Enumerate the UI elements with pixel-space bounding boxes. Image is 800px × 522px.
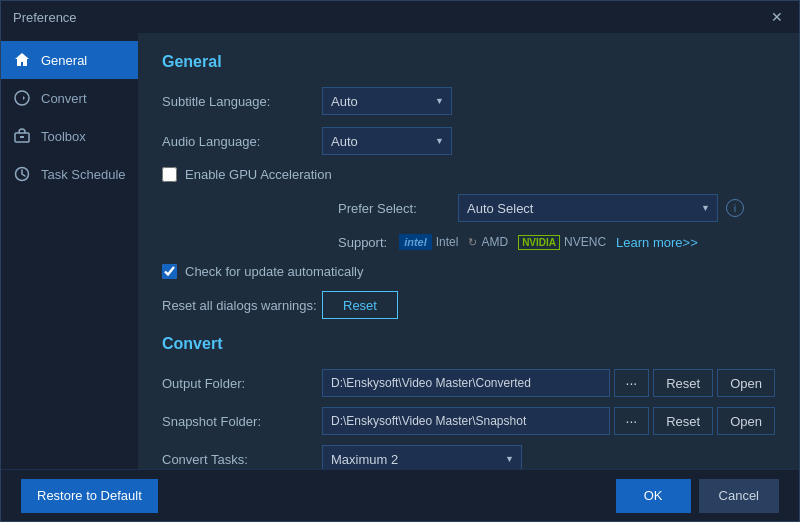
svg-point-0 (15, 91, 29, 105)
output-folder-dots-button[interactable]: ··· (614, 369, 650, 397)
toolbox-icon (13, 127, 31, 145)
home-icon (13, 51, 31, 69)
intel-label: Intel (436, 235, 459, 249)
gpu-acceleration-label: Enable GPU Acceleration (185, 167, 332, 182)
reset-dialogs-row: Reset all dialogs warnings: Reset (162, 291, 775, 319)
sidebar-item-general[interactable]: General (1, 41, 138, 79)
bottom-actions: OK Cancel (616, 479, 779, 513)
prefer-select[interactable]: Auto Select (458, 194, 718, 222)
subtitle-language-row: Subtitle Language: Auto (162, 87, 775, 115)
sidebar-item-convert-label: Convert (41, 91, 87, 106)
learn-more-link[interactable]: Learn more>> (616, 235, 698, 250)
nvenc-label: NVENC (564, 235, 606, 249)
prefer-select-label: Prefer Select: (338, 201, 458, 216)
reset-dialogs-button[interactable]: Reset (322, 291, 398, 319)
audio-language-select[interactable]: Auto (322, 127, 452, 155)
svg-rect-2 (20, 136, 24, 138)
sidebar-item-convert[interactable]: Convert (1, 79, 138, 117)
sidebar-item-toolbox-label: Toolbox (41, 129, 86, 144)
check-update-label: Check for update automatically (185, 264, 363, 279)
ok-button[interactable]: OK (616, 479, 691, 513)
audio-language-label: Audio Language: (162, 134, 322, 149)
sidebar-item-toolbox[interactable]: Toolbox (1, 117, 138, 155)
sidebar: General Convert (1, 33, 138, 469)
snapshot-folder-dots-button[interactable]: ··· (614, 407, 650, 435)
gpu-acceleration-checkbox[interactable] (162, 167, 177, 182)
prefer-select-info-icon[interactable]: i (726, 199, 744, 217)
prefer-select-inner: Auto Select (458, 194, 718, 222)
close-button[interactable]: ✕ (767, 7, 787, 27)
subtitle-language-select[interactable]: Auto (322, 87, 452, 115)
convert-section-title: Convert (162, 335, 775, 353)
convert-section: Convert Output Folder: ··· Reset Open Sn… (162, 335, 775, 469)
nvidia-badge: NVIDIA NVENC (518, 235, 606, 250)
convert-icon (13, 89, 31, 107)
audio-language-row: Audio Language: Auto (162, 127, 775, 155)
cancel-button[interactable]: Cancel (699, 479, 779, 513)
content-area: General Convert (1, 33, 799, 469)
output-folder-input[interactable] (322, 369, 610, 397)
sidebar-item-task-schedule[interactable]: Task Schedule (1, 155, 138, 193)
support-badges: intel Intel ↻ AMD NVIDIA NVENC Learn mor… (399, 234, 698, 250)
audio-language-select-wrapper: Auto (322, 127, 452, 155)
sidebar-item-general-label: General (41, 53, 87, 68)
snapshot-folder-input[interactable] (322, 407, 610, 435)
main-panel: General Subtitle Language: Auto Audio La… (138, 33, 799, 469)
intel-badge: intel Intel (399, 234, 458, 250)
output-folder-reset-button[interactable]: Reset (653, 369, 713, 397)
subtitle-language-label: Subtitle Language: (162, 94, 322, 109)
prefer-select-wrapper: Auto Select i (458, 194, 744, 222)
snapshot-folder-open-button[interactable]: Open (717, 407, 775, 435)
amd-refresh-icon: ↻ (468, 236, 477, 249)
bottom-bar: Restore to Default OK Cancel (1, 469, 799, 521)
convert-tasks-select[interactable]: Maximum 2 Maximum 1 Maximum 3 Maximum 4 (322, 445, 522, 469)
convert-tasks-row: Convert Tasks: Maximum 2 Maximum 1 Maxim… (162, 445, 775, 469)
snapshot-folder-label: Snapshot Folder: (162, 414, 322, 429)
output-folder-label: Output Folder: (162, 376, 322, 391)
output-folder-open-button[interactable]: Open (717, 369, 775, 397)
nvidia-badge-text: NVIDIA (518, 235, 560, 250)
output-folder-row: Output Folder: ··· Reset Open (162, 369, 775, 397)
intel-badge-text: intel (399, 234, 432, 250)
window-title: Preference (13, 10, 77, 25)
snapshot-folder-row: Snapshot Folder: ··· Reset Open (162, 407, 775, 435)
convert-tasks-select-wrapper: Maximum 2 Maximum 1 Maximum 3 Maximum 4 (322, 445, 522, 469)
reset-dialogs-label: Reset all dialogs warnings: (162, 298, 322, 313)
restore-to-default-button[interactable]: Restore to Default (21, 479, 158, 513)
general-section-title: General (162, 53, 775, 71)
gpu-acceleration-row: Enable GPU Acceleration (162, 167, 775, 182)
subtitle-language-select-wrapper: Auto (322, 87, 452, 115)
check-update-row: Check for update automatically (162, 264, 775, 279)
check-update-checkbox[interactable] (162, 264, 177, 279)
amd-badge: ↻ AMD (468, 235, 508, 249)
snapshot-folder-reset-button[interactable]: Reset (653, 407, 713, 435)
clock-icon (13, 165, 31, 183)
support-label: Support: (338, 235, 387, 250)
prefer-select-row: Prefer Select: Auto Select i (162, 194, 775, 222)
convert-tasks-label: Convert Tasks: (162, 452, 322, 467)
title-bar: Preference ✕ (1, 1, 799, 33)
support-row: Support: intel Intel ↻ AMD NVIDIA NVENC … (162, 234, 775, 250)
preference-window: Preference ✕ General Co (0, 0, 800, 522)
amd-label: AMD (481, 235, 508, 249)
sidebar-item-task-schedule-label: Task Schedule (41, 167, 126, 182)
